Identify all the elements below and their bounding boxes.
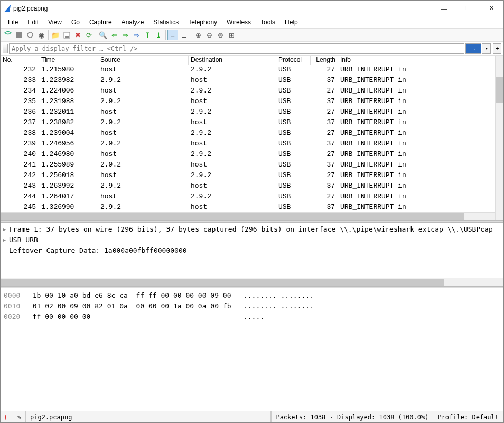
menu-edit[interactable]: Edit (23, 17, 43, 27)
status-profile[interactable]: Profile: Default (433, 411, 503, 422)
close-button[interactable]: ✕ (480, 1, 503, 16)
apply-filter-button[interactable]: → (465, 43, 481, 54)
col-protocol[interactable]: Protocol (276, 56, 311, 65)
display-filter-input[interactable] (9, 43, 464, 54)
detail-urb[interactable]: USB URB (9, 236, 38, 244)
expert-info-icon (5, 415, 6, 420)
menu-telephony[interactable]: Telephony (184, 17, 221, 27)
details-hscroll[interactable] (1, 278, 503, 286)
table-row[interactable]: 2341.224006host2.9.2USB27URB_INTERRUPT i… (1, 86, 503, 97)
go-forward-icon[interactable]: ⇒ (120, 30, 130, 40)
packet-details-body[interactable]: ▶Frame 1: 37 bytes on wire (296 bits), 3… (1, 223, 503, 278)
svg-rect-0 (16, 32, 22, 38)
stop-capture-icon[interactable] (14, 30, 24, 40)
hex-row[interactable]: 0020 ff 00 00 00 00 ..... (4, 311, 500, 322)
menu-tools[interactable]: Tools (256, 17, 279, 27)
menu-statistics[interactable]: Statistics (149, 17, 183, 27)
detail-frame[interactable]: Frame 1: 37 bytes on wire (296 bits), 37… (9, 225, 493, 233)
go-first-icon[interactable]: ⤒ (142, 30, 153, 40)
packet-details-pane: ▶Frame 1: 37 bytes on wire (296 bits), 3… (1, 223, 503, 286)
menu-wireless[interactable]: Wireless (222, 17, 255, 27)
table-row[interactable]: 2451.3269902.9.2hostUSB37URB_INTERRUPT i… (1, 203, 503, 212)
minimize-button[interactable]: — (432, 1, 456, 16)
save-file-icon[interactable] (61, 30, 72, 40)
packet-list-vscroll[interactable] (495, 56, 503, 220)
col-no[interactable]: No. (1, 56, 39, 65)
start-capture-icon[interactable] (3, 30, 13, 40)
restart-capture-icon[interactable] (25, 30, 35, 40)
add-filter-button[interactable]: + (493, 43, 501, 54)
resize-columns-icon[interactable]: ⊞ (226, 30, 237, 40)
capture-options-icon[interactable]: ◉ (36, 30, 46, 40)
table-row[interactable]: 2361.232011host2.9.2USB27URB_INTERRUPT i… (1, 107, 503, 118)
menu-capture[interactable]: Capture (85, 17, 116, 27)
table-row[interactable]: 2381.239004host2.9.2USB27URB_INTERRUPT i… (1, 128, 503, 139)
go-last-icon[interactable]: ⤓ (153, 30, 164, 40)
table-row[interactable]: 2351.2319882.9.2hostUSB37URB_INTERRUPT i… (1, 97, 503, 107)
packet-list-header: No. Time Source Destination Protocol Len… (1, 56, 503, 65)
filter-history-button[interactable]: ▾ (482, 43, 491, 54)
go-to-packet-icon[interactable]: ⇨ (131, 30, 142, 40)
main-toolbar: ◉ 📁 ✖ ⟳ 🔍 ⇐ ⇒ ⇨ ⤒ ⤓ ≡ ≣ ⊕ ⊖ ⊜ ⊞ (1, 28, 503, 42)
colorize-icon[interactable]: ≣ (179, 30, 189, 40)
menu-view[interactable]: View (44, 17, 66, 27)
zoom-out-icon[interactable]: ⊖ (204, 30, 214, 40)
expand-icon[interactable]: ▶ (3, 226, 9, 232)
maximize-button[interactable]: ☐ (456, 1, 480, 16)
menu-analyze[interactable]: Analyze (117, 17, 148, 27)
expand-icon[interactable]: ▶ (3, 237, 9, 243)
packet-list-body[interactable]: 2321.215980host2.9.2USB27URB_INTERRUPT i… (1, 65, 503, 212)
reload-icon[interactable]: ⟳ (83, 30, 94, 40)
packet-list-hscroll[interactable] (1, 212, 503, 220)
filter-toolbar: → ▾ + (1, 42, 503, 56)
window-title: pig2.pcapng (13, 5, 432, 12)
menu-go[interactable]: Go (67, 17, 84, 27)
table-row[interactable]: 2401.246980host2.9.2USB27URB_INTERRUPT i… (1, 150, 503, 160)
packet-list-pane: No. Time Source Destination Protocol Len… (1, 56, 503, 220)
zoom-in-icon[interactable]: ⊕ (193, 30, 203, 40)
table-row[interactable]: 2411.2559892.9.2hostUSB37URB_INTERRUPT i… (1, 160, 503, 171)
table-row[interactable]: 2371.2389822.9.2hostUSB37URB_INTERRUPT i… (1, 118, 503, 128)
wireshark-icon (4, 5, 11, 12)
menu-help[interactable]: Help (281, 17, 302, 27)
col-length[interactable]: Length (311, 56, 338, 65)
capture-file-button[interactable]: ✎ (13, 411, 26, 422)
status-file: pig2.pcapng (26, 411, 271, 422)
statusbar: ✎ pig2.pcapng Packets: 1038 · Displayed:… (1, 411, 503, 422)
col-time[interactable]: Time (39, 56, 98, 65)
table-row[interactable]: 2391.2469562.9.2hostUSB37URB_INTERRUPT i… (1, 139, 503, 150)
hex-row[interactable]: 0010 01 02 00 09 00 82 01 0a 00 00 00 1a… (4, 301, 500, 311)
table-row[interactable]: 2431.2639922.9.2hostUSB37URB_INTERRUPT i… (1, 181, 503, 192)
titlebar: pig2.pcapng — ☐ ✕ (1, 1, 503, 16)
expert-info-button[interactable] (1, 411, 13, 422)
svg-rect-3 (65, 36, 69, 38)
col-source[interactable]: Source (98, 56, 189, 65)
auto-scroll-icon[interactable]: ≡ (167, 30, 178, 40)
table-row[interactable]: 2331.2239822.9.2hostUSB37URB_INTERRUPT i… (1, 76, 503, 86)
menubar: FileEditViewGoCaptureAnalyzeStatisticsTe… (1, 16, 503, 28)
detail-leftover[interactable]: Leftover Capture Data: 1a000a00fbff00000… (9, 246, 187, 254)
open-file-icon[interactable]: 📁 (50, 30, 61, 40)
table-row[interactable]: 2321.215980host2.9.2USB27URB_INTERRUPT i… (1, 65, 503, 76)
table-row[interactable]: 2441.264017host2.9.2USB27URB_INTERRUPT i… (1, 192, 503, 203)
close-file-icon[interactable]: ✖ (72, 30, 83, 40)
status-packets: Packets: 1038 · Displayed: 1038 (100.0%) (271, 411, 433, 422)
go-back-icon[interactable]: ⇐ (109, 30, 119, 40)
svg-point-1 (27, 32, 33, 38)
find-packet-icon[interactable]: 🔍 (98, 30, 108, 40)
col-destination[interactable]: Destination (189, 56, 276, 65)
bookmark-filter-icon[interactable] (3, 44, 8, 53)
menu-file[interactable]: File (4, 17, 22, 27)
zoom-reset-icon[interactable]: ⊜ (215, 30, 226, 40)
packet-bytes-pane[interactable]: 0000 1b 00 10 a0 bd e6 8c ca ff ff 00 00… (1, 288, 503, 411)
hex-row[interactable]: 0000 1b 00 10 a0 bd e6 8c ca ff ff 00 00… (4, 290, 500, 301)
table-row[interactable]: 2421.256018host2.9.2USB27URB_INTERRUPT i… (1, 171, 503, 181)
col-info[interactable]: Info (338, 56, 503, 65)
